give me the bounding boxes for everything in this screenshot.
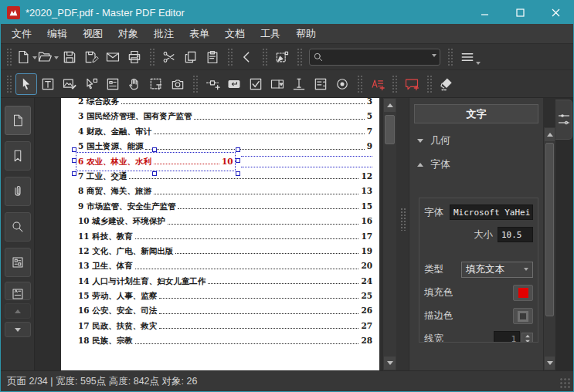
scroll-up-arrow[interactable]	[545, 128, 555, 141]
save-button[interactable]	[59, 46, 80, 68]
font-name-input[interactable]: Microsoft YaHei	[450, 204, 533, 220]
sidebar-search-button[interactable]	[5, 212, 31, 242]
properties-toggle-tab[interactable]	[555, 100, 572, 140]
paperclip-icon	[11, 184, 25, 198]
edit-document-tool[interactable]	[102, 73, 124, 95]
text-field-tool[interactable]	[288, 73, 310, 95]
scissors-icon	[161, 49, 177, 65]
menu-item[interactable]: 编辑	[39, 24, 75, 43]
edit-text-tool[interactable]	[37, 73, 59, 95]
scroll-down-arrow[interactable]	[384, 357, 396, 370]
select-text-area-tool[interactable]	[145, 73, 167, 95]
sidebar-bookmarks-button[interactable]	[5, 141, 31, 171]
table-of-contents: 2 综合政务33 国民经济管理、国有资产监管54 财政、金融、审计75 国土资源…	[61, 98, 379, 349]
select-object-tool[interactable]	[15, 73, 37, 95]
button-field-tool[interactable]	[223, 73, 245, 95]
panel-scrollbar[interactable]	[543, 127, 555, 370]
splitter-grip[interactable]	[400, 208, 406, 231]
section-geometry[interactable]: 几何	[417, 133, 543, 147]
edit-image-tool[interactable]	[59, 73, 80, 95]
toolbar-grip[interactable]	[262, 48, 267, 66]
stroke-color-button[interactable]	[513, 308, 533, 324]
save-as-button[interactable]	[80, 46, 102, 68]
fill-color-button[interactable]	[513, 285, 533, 301]
add-text-annotation-tool[interactable]	[366, 73, 388, 95]
panel-splitter[interactable]	[396, 98, 409, 370]
close-button[interactable]	[538, 1, 573, 24]
highlighter-tool[interactable]	[436, 73, 457, 95]
section-font[interactable]: 字体	[417, 157, 543, 171]
new-document-button[interactable]	[15, 46, 37, 68]
selection-handle[interactable]	[152, 147, 157, 152]
snapshot-tool[interactable]	[167, 73, 189, 95]
selection-handle[interactable]	[236, 158, 240, 163]
pdf-page[interactable]: 2 综合政务33 国民经济管理、国有资产监管54 财政、金融、审计75 国土资源…	[61, 98, 379, 370]
menu-item[interactable]: 文档	[217, 24, 253, 43]
search-box[interactable]	[309, 49, 440, 66]
toolbar-grip[interactable]	[426, 75, 432, 93]
checkbox-field-tool[interactable]	[245, 73, 267, 95]
sidebar-annotations-button[interactable]	[5, 282, 31, 300]
search-input[interactable]	[324, 51, 430, 63]
toolbar-grip[interactable]	[192, 75, 198, 93]
document-viewport[interactable]: 2 综合政务33 国民经济管理、国有资产监管54 财政、金融、审计75 国土资源…	[35, 98, 382, 370]
hand-tool[interactable]	[124, 73, 145, 95]
search-icon	[313, 52, 324, 63]
toolbar-grip[interactable]	[227, 48, 233, 66]
add-note-tool[interactable]	[401, 73, 423, 95]
edit-path-tool[interactable]	[80, 73, 102, 95]
toolbar-grip[interactable]	[6, 48, 12, 66]
selection-handle[interactable]	[72, 171, 76, 176]
menu-item[interactable]: 对象	[110, 24, 146, 43]
radio-field-tool[interactable]	[331, 73, 353, 95]
chevron-down-icon[interactable]	[432, 54, 436, 59]
zoom-selection-button[interactable]	[271, 46, 293, 68]
menu-item[interactable]: 视图	[75, 24, 110, 43]
sidebar-scroll-up-button[interactable]	[5, 303, 31, 319]
selection-handle[interactable]	[236, 171, 240, 176]
toolbar-grip[interactable]	[447, 48, 453, 66]
print-button[interactable]	[124, 46, 145, 68]
listbox-field-tool[interactable]	[310, 73, 331, 95]
toolbar-grip[interactable]	[149, 48, 155, 66]
toolbar-grip[interactable]	[6, 75, 12, 93]
line-width-input[interactable]: 1	[494, 331, 520, 343]
scroll-up-arrow[interactable]	[384, 99, 396, 112]
menu-item[interactable]: 批注	[146, 24, 182, 43]
copy-button[interactable]	[180, 46, 202, 68]
scrollbar-thumb[interactable]	[385, 115, 395, 144]
paste-button[interactable]	[202, 46, 223, 68]
navigate-back-button[interactable]	[236, 46, 258, 68]
scroll-down-arrow[interactable]	[545, 357, 555, 370]
open-document-button[interactable]	[37, 46, 59, 68]
selection-handle[interactable]	[72, 158, 76, 163]
menu-item[interactable]: 文件	[4, 24, 39, 43]
send-email-button[interactable]	[102, 46, 124, 68]
minimize-button[interactable]	[467, 1, 502, 24]
line-width-spinner[interactable]	[521, 333, 533, 343]
size-input[interactable]: 10.5	[498, 227, 533, 242]
toolbar-grip[interactable]	[392, 75, 397, 93]
document-scrollbar[interactable]	[382, 98, 396, 370]
sidebar-attachments-button[interactable]	[5, 177, 31, 206]
combobox-field-tool[interactable]	[267, 73, 288, 95]
type-dropdown[interactable]: 填充文本	[461, 262, 533, 278]
selected-text-object[interactable]: 6 农业、林业、水利10	[78, 154, 233, 169]
insert-node-tool[interactable]	[202, 73, 223, 95]
toolbar-grip[interactable]	[297, 48, 302, 66]
menu-item[interactable]: 表单	[182, 24, 217, 43]
sidebar-scroll-down-button[interactable]	[5, 322, 31, 337]
selection-handle[interactable]	[72, 147, 76, 152]
main-menu-button[interactable]	[457, 46, 478, 68]
scrollbar-thumb[interactable]	[545, 143, 554, 316]
toolbar-grip[interactable]	[357, 75, 362, 93]
selection-handle[interactable]	[236, 147, 240, 152]
cut-button[interactable]	[158, 46, 180, 68]
sidebar-pages-button[interactable]	[5, 106, 31, 135]
maximize-button[interactable]	[502, 1, 538, 24]
menu-item[interactable]: 帮助	[288, 24, 324, 43]
selection-handle[interactable]	[152, 171, 157, 176]
resize-grip[interactable]	[560, 378, 571, 389]
menu-item[interactable]: 工具	[253, 24, 288, 43]
sidebar-form-fields-button[interactable]	[5, 248, 31, 277]
